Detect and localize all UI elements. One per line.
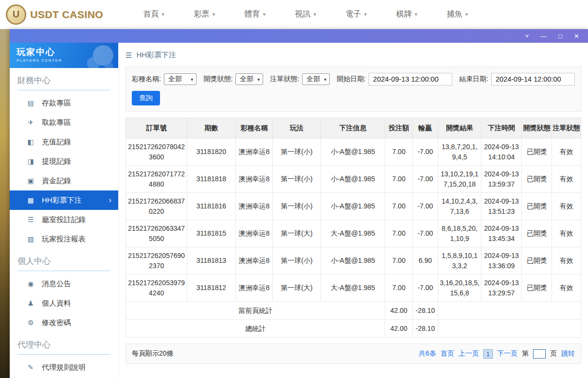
column-header-bet-time: 下注時間: [481, 118, 521, 138]
sidebar-item-label: 消息公告: [42, 279, 71, 289]
table-row: 2152172620717724880 31181818 澳洲幸运8 第一球(小…: [126, 166, 581, 193]
draw-status-select[interactable]: 全部 ▾: [235, 73, 263, 85]
cell-lottery: 澳洲幸运8: [235, 247, 273, 275]
cell-draw-status: 已開獎: [522, 193, 552, 220]
cell-draw-result: 3,16,20,18,5,15,6,8: [438, 275, 481, 302]
cell-period: 31181816: [187, 193, 235, 220]
cell-lottery: 澳洲幸运8: [235, 193, 273, 220]
sidebar-item-withdrawal-record[interactable]: ◨ 提現記錄: [10, 152, 118, 171]
cell-draw-status: 已開獎: [522, 275, 552, 302]
cell-period: 31181818: [187, 166, 235, 193]
sidebar-item-profile[interactable]: ♟ 個人資料: [10, 293, 118, 313]
draw-status-label: 開獎狀態:: [203, 75, 232, 84]
column-header-win-loss: 輸贏: [412, 118, 438, 138]
pagination-bar: 每頁顯示20條 共6条 首页 上一页 1 下一页 第 页 跳转: [125, 344, 581, 364]
prev-page-link[interactable]: 上一页: [459, 349, 479, 358]
page-summary-label: 當前頁統計: [126, 302, 385, 320]
sidebar-item-withdraw[interactable]: ✈ 取款專區: [10, 113, 118, 132]
page-summary-bet-total: 42.00: [385, 302, 412, 320]
cell-draw-result: 1,5,8,9,10,13,3,2: [438, 247, 481, 275]
cell-draw-result: 13,10,2,19,17,15,20,18: [438, 166, 481, 193]
cell-playtype: 第一球(小): [273, 166, 321, 193]
sidebar-item-recharge-record[interactable]: ◧ 充值記錄: [10, 132, 118, 152]
total-summary-empty: [438, 320, 581, 338]
nav-item-home[interactable]: 首頁 ▾: [128, 9, 179, 19]
cell-order-status: 有效: [552, 275, 581, 302]
cell-win-loss: -7.00: [412, 193, 438, 220]
sidebar-item-hh-lottery-bets[interactable]: ▦ HH彩票下注 ›: [10, 190, 118, 210]
window-maximize-icon[interactable]: □: [558, 33, 562, 39]
table-row: 2152172620780423600 31181820 澳洲幸运8 第一球(小…: [126, 138, 581, 166]
sidebar-item-announcements[interactable]: ◉ 消息公告: [10, 274, 118, 293]
search-button[interactable]: 查詢: [132, 91, 160, 105]
profile-person-icon: ♟: [26, 299, 35, 307]
cell-bet-info: 小-A盤@1.985: [321, 247, 385, 275]
first-page-link[interactable]: 首页: [441, 349, 454, 358]
nav-item-lottery[interactable]: 彩票 ▾: [179, 9, 230, 19]
nav-item-sports[interactable]: 體育 ▾: [230, 9, 280, 19]
table-row: 2152172620668370220 31181816 澳洲幸运8 第一球(小…: [126, 193, 581, 220]
sidebar-item-player-bet-report[interactable]: ▧ 玩家投注報表: [10, 229, 118, 249]
jump-suffix-label: 页: [550, 349, 557, 358]
notice-bell-icon: ◉: [26, 280, 35, 288]
main-content: ☰ HH彩票下注 彩種名稱: 全部 ▾ 開獎狀態: 全部 ▾ 注單狀態:: [119, 43, 588, 378]
cell-bet-info: 小-A盤@1.985: [321, 166, 385, 193]
sidebar-item-funds-record[interactable]: ▣ 資金記錄: [10, 171, 118, 190]
cell-bet-amount: 7.00: [385, 220, 412, 247]
sidebar-item-hall-bet-record[interactable]: ☰ 廳室投註記錄: [10, 210, 118, 229]
order-status-label: 注單狀態:: [270, 75, 299, 84]
sidebar-item-label: 代理規則說明: [42, 363, 86, 372]
order-status-select[interactable]: 全部 ▾: [302, 73, 330, 85]
chevron-down-icon: ▾: [257, 77, 260, 82]
window-collapse-icon[interactable]: ˅: [525, 33, 529, 39]
jump-page-input[interactable]: [533, 349, 546, 359]
bets-table: 訂單號 期數 彩種名稱 玩法 下注信息 投注額 輸贏 開獎結果 下注時間 開獎狀…: [125, 118, 581, 338]
sidebar-item-label: 存款專區: [42, 99, 71, 108]
lottery-name-label: 彩種名稱:: [132, 75, 161, 84]
cell-draw-result: 8,6,18,5,20,1,10,9: [438, 220, 481, 247]
cell-bet-time: 2024-09-13 13:51:23: [481, 193, 521, 220]
window-close-icon[interactable]: ✕: [574, 33, 579, 39]
cell-order-id: 2152172620717724880: [126, 166, 187, 193]
sidebar-item-label: 玩家投注報表: [42, 235, 86, 244]
sidebar-item-change-password[interactable]: ⚙ 修改密碼: [10, 313, 118, 332]
start-date-input[interactable]: [369, 73, 452, 86]
sidebar-item-agent-rules[interactable]: ✎ 代理規則說明: [10, 358, 118, 377]
window-minimize-icon[interactable]: —: [540, 33, 547, 39]
chevron-down-icon: ▾: [161, 11, 164, 17]
site-logo[interactable]: U USDT CASINO: [0, 4, 103, 25]
cell-order-id: 2152172620780423600: [126, 138, 187, 166]
cell-bet-amount: 7.00: [385, 275, 412, 302]
sidebar-item-label: 廳室投註記錄: [42, 215, 86, 224]
jump-button[interactable]: 跳转: [561, 349, 575, 358]
cell-order-id: 2152172620633475050: [126, 220, 187, 247]
cell-bet-info: 小-A盤@1.985: [321, 138, 385, 166]
lottery-bet-icon: ▦: [26, 196, 35, 204]
cell-draw-status: 已開獎: [522, 220, 552, 247]
cell-period: 31181820: [187, 138, 235, 166]
lottery-name-select[interactable]: 全部 ▾: [164, 73, 196, 85]
end-date-input[interactable]: [491, 73, 575, 86]
sidebar-item-deposit[interactable]: ▤ 存款專區: [10, 93, 118, 113]
sidebar-section-agent: 代理中心: [18, 339, 110, 355]
table-row: 2152172620576902370 31181813 澳洲幸运8 第一球(小…: [126, 247, 581, 275]
total-summary-bet-total: 42.00: [385, 320, 412, 338]
background-image-strip: [0, 29, 10, 378]
next-page-link[interactable]: 下一页: [497, 349, 517, 358]
chevron-down-icon: ▾: [263, 11, 266, 17]
nav-item-fishing[interactable]: 捕魚 ▾: [432, 9, 482, 19]
cell-playtype: 第一球(小): [273, 138, 321, 166]
menu-toggle-icon[interactable]: ☰: [125, 51, 132, 60]
nav-item-slots[interactable]: 電子 ▾: [331, 9, 381, 19]
nav-item-label: 棋牌: [396, 9, 411, 19]
nav-item-cards[interactable]: 棋牌 ▾: [381, 9, 432, 19]
cell-period: 31181813: [187, 247, 235, 275]
casino-chips-decoration: [93, 45, 113, 66]
sidebar-item-label: HH彩票下注: [42, 196, 82, 205]
nav-item-live[interactable]: 視訊 ▾: [280, 9, 331, 19]
sidebar-item-label: 資金記錄: [42, 176, 71, 186]
page-size-text: 每頁顯示20條: [132, 349, 174, 358]
total-count-text: 共6条: [419, 349, 436, 358]
page-summary-row: 當前頁統計 42.00 -28.10: [126, 302, 581, 320]
withdraw-icon: ✈: [26, 119, 35, 126]
